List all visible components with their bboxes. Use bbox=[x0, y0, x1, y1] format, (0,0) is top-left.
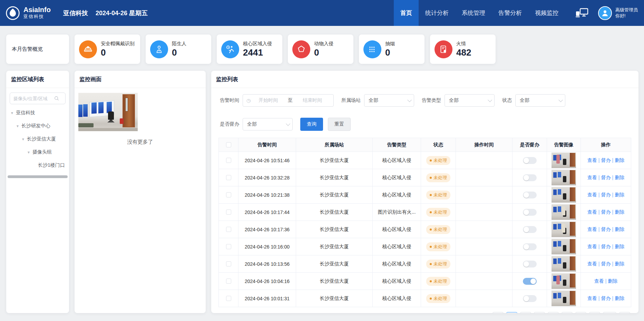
action-督办[interactable]: 督办 bbox=[601, 209, 611, 215]
action-查看[interactable]: 查看 bbox=[587, 157, 597, 163]
caret-down-icon[interactable]: ▼ bbox=[10, 111, 14, 115]
supervise-toggle[interactable] bbox=[523, 243, 537, 250]
action-督办[interactable]: 督办 bbox=[601, 244, 611, 249]
action-查看[interactable]: 查看 bbox=[587, 209, 597, 215]
page-button-4[interactable]: 4 bbox=[548, 312, 559, 313]
row-checkbox[interactable] bbox=[226, 210, 231, 215]
action-查看[interactable]: 查看 bbox=[587, 244, 597, 249]
user-menu[interactable]: 高级管理员 你好! bbox=[598, 6, 644, 20]
alarm-image-thumbnail[interactable] bbox=[552, 222, 576, 237]
action-督办[interactable]: 督办 bbox=[601, 261, 611, 266]
stat-label: 抽烟 bbox=[385, 41, 395, 47]
alarm-type-select[interactable]: 全部 bbox=[445, 94, 495, 107]
prev-page-button[interactable]: ‹ bbox=[492, 312, 504, 313]
station-select[interactable]: 全部 bbox=[364, 94, 414, 107]
action-查看[interactable]: 查看 bbox=[587, 261, 597, 266]
action-督办[interactable]: 督办 bbox=[601, 295, 611, 301]
action-查看[interactable]: 查看 bbox=[587, 295, 597, 301]
page-button-6[interactable]: 6 bbox=[575, 312, 586, 313]
alarm-image-thumbnail[interactable] bbox=[552, 153, 576, 168]
caret-down-icon[interactable]: ▼ bbox=[16, 124, 19, 128]
nav-item-5[interactable]: 视频监控 bbox=[528, 0, 565, 26]
alarm-image-thumbnail[interactable] bbox=[552, 187, 576, 203]
cell-alarm-type: 核心区域入侵 bbox=[373, 273, 421, 290]
action-督办[interactable]: 督办 bbox=[601, 192, 611, 197]
action-删除[interactable]: 删除 bbox=[615, 261, 624, 266]
company-name: 亚信科技 bbox=[63, 9, 88, 17]
row-checkbox[interactable] bbox=[226, 158, 231, 163]
action-查看[interactable]: 查看 bbox=[587, 175, 597, 180]
alarm-image-thumbnail[interactable] bbox=[552, 256, 576, 272]
tree-node-2[interactable]: ▼长沙研发中心 bbox=[6, 119, 69, 133]
row-checkbox[interactable] bbox=[226, 227, 231, 232]
supervise-select[interactable]: 全部 bbox=[243, 118, 293, 130]
tree-node-5[interactable]: 长沙1楼门口 bbox=[6, 159, 69, 172]
tree-horizontal-scrollbar[interactable] bbox=[8, 175, 68, 178]
page-button-3[interactable]: 3 bbox=[534, 312, 545, 313]
nav-item-1[interactable]: 首页 bbox=[394, 0, 419, 26]
row-checkbox[interactable] bbox=[226, 296, 231, 301]
action-删除[interactable]: 删除 bbox=[615, 295, 624, 301]
tree-node-1[interactable]: ▼亚信科技 bbox=[6, 106, 69, 119]
action-删除[interactable]: 删除 bbox=[608, 278, 617, 284]
action-删除[interactable]: 删除 bbox=[615, 226, 624, 232]
tree-node-3[interactable]: ▼长沙亚信大厦 bbox=[6, 133, 69, 146]
avatar[interactable] bbox=[598, 6, 612, 20]
camera-feed-thumbnail[interactable] bbox=[78, 93, 138, 131]
supervise-toggle[interactable] bbox=[523, 192, 537, 198]
date-range-picker[interactable]: ◷ 开始时间 至 结束时间 bbox=[243, 94, 334, 107]
supervise-toggle[interactable] bbox=[523, 295, 537, 302]
action-删除[interactable]: 删除 bbox=[615, 244, 624, 249]
camera-search[interactable] bbox=[10, 93, 66, 104]
page-button-2[interactable]: 2 bbox=[520, 312, 531, 313]
tree-node-4[interactable]: ▼摄像头组 bbox=[6, 146, 69, 159]
search-button[interactable]: 查询 bbox=[300, 118, 323, 131]
action-督办[interactable]: 督办 bbox=[601, 226, 611, 232]
action-督办[interactable]: 督办 bbox=[601, 157, 611, 163]
nav-item-4[interactable]: 告警分析 bbox=[492, 0, 528, 26]
select-all-checkbox[interactable] bbox=[226, 142, 231, 147]
cell-op-time bbox=[456, 255, 513, 273]
nav-item-2[interactable]: 统计分析 bbox=[419, 0, 455, 26]
row-checkbox[interactable] bbox=[226, 261, 231, 266]
action-删除[interactable]: 删除 bbox=[615, 192, 624, 197]
start-time-placeholder[interactable]: 开始时间 bbox=[251, 97, 286, 104]
supervise-toggle[interactable] bbox=[523, 174, 537, 181]
status-select[interactable]: 全部 bbox=[515, 94, 565, 107]
row-checkbox[interactable] bbox=[226, 192, 231, 197]
action-删除[interactable]: 删除 bbox=[615, 175, 624, 180]
video-wall-button[interactable] bbox=[575, 8, 589, 18]
supervise-toggle[interactable] bbox=[523, 209, 537, 216]
current-date: 2024-04-26 星期五 bbox=[96, 9, 148, 17]
action-删除[interactable]: 删除 bbox=[615, 157, 624, 163]
page-button-1[interactable]: 1 bbox=[506, 312, 517, 313]
supervise-toggle[interactable] bbox=[523, 278, 537, 285]
page-button-5[interactable]: 5 bbox=[562, 312, 573, 313]
alarm-image-thumbnail[interactable] bbox=[552, 239, 576, 254]
alarm-image-thumbnail[interactable] bbox=[552, 204, 576, 220]
more-pages-button[interactable]: ••• bbox=[589, 312, 600, 313]
alarm-image-thumbnail[interactable] bbox=[552, 273, 576, 289]
nav-item-3[interactable]: 系统管理 bbox=[455, 0, 492, 26]
end-time-placeholder[interactable]: 结束时间 bbox=[295, 97, 330, 104]
row-checkbox[interactable] bbox=[226, 244, 231, 249]
action-督办[interactable]: 督办 bbox=[601, 175, 611, 180]
caret-down-icon[interactable]: ▼ bbox=[27, 150, 30, 154]
row-checkbox[interactable] bbox=[226, 279, 231, 284]
action-查看[interactable]: 查看 bbox=[587, 226, 597, 232]
next-page-button[interactable]: › bbox=[619, 312, 630, 313]
alarm-image-thumbnail[interactable] bbox=[552, 291, 576, 306]
search-input[interactable] bbox=[13, 96, 54, 101]
supervise-toggle[interactable] bbox=[523, 261, 537, 268]
supervise-toggle[interactable] bbox=[523, 157, 537, 164]
caret-down-icon[interactable]: ▼ bbox=[21, 137, 25, 141]
stat-card-4: 动物入侵0 bbox=[288, 35, 353, 64]
alarm-image-thumbnail[interactable] bbox=[552, 170, 576, 185]
supervise-toggle[interactable] bbox=[523, 226, 537, 233]
page-button-293[interactable]: 293 bbox=[603, 312, 616, 313]
reset-button[interactable]: 重置 bbox=[328, 118, 351, 131]
action-查看[interactable]: 查看 bbox=[587, 192, 597, 197]
action-查看[interactable]: 查看 bbox=[594, 278, 604, 284]
row-checkbox[interactable] bbox=[226, 175, 231, 180]
action-删除[interactable]: 删除 bbox=[615, 209, 624, 215]
